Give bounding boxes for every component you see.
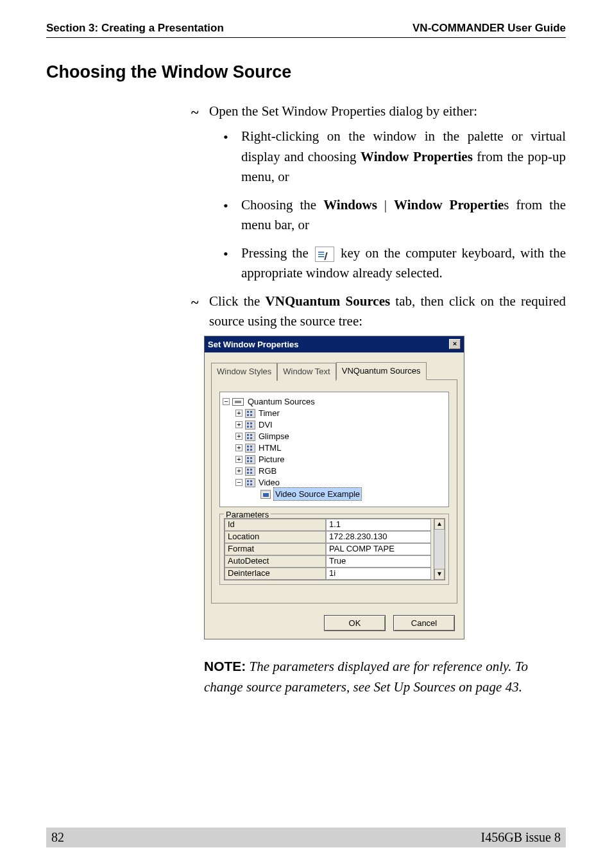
expand-icon[interactable]: + — [235, 444, 242, 451]
source-type-icon — [245, 455, 255, 464]
param-key-id: Id — [225, 519, 326, 531]
param-val-deinterlace: 1i — [326, 568, 431, 580]
param-val-location: 172.28.230.130 — [326, 531, 431, 543]
source-type-icon — [245, 409, 255, 418]
issue-number: I456GB issue 8 — [481, 830, 561, 845]
collapse-icon[interactable]: − — [235, 479, 242, 486]
note-block: NOTE: The parameters displayed are for r… — [204, 656, 566, 698]
close-icon[interactable]: × — [449, 339, 461, 349]
cancel-button[interactable]: Cancel — [393, 615, 455, 631]
source-type-icon — [245, 478, 255, 487]
header-section: Section 3: Creating a Presentation — [46, 22, 224, 35]
ok-button[interactable]: OK — [324, 615, 386, 631]
bullet-dot-icon: • — [223, 243, 241, 284]
set-window-properties-dialog: Set Window Properties × Window Styles Wi… — [204, 336, 464, 639]
b1-bold: Window Properties — [361, 149, 473, 164]
properties-key-icon — [315, 247, 334, 262]
page-title: Choosing the Window Source — [46, 62, 566, 82]
source-tree[interactable]: − Quantum Sources +Timer +DVI +Glimpse +… — [219, 392, 449, 507]
click-bold: VNQuantum Sources — [266, 293, 391, 309]
parameters-table: Id1.1 Location172.28.230.130 FormatPAL C… — [224, 518, 445, 580]
tree-item-timer[interactable]: Timer — [259, 407, 280, 420]
table-row: Id1.1 — [225, 519, 444, 531]
click-pre: Click the — [209, 293, 266, 309]
step-open: ~ Open the Set Window Properties dialog … — [191, 101, 566, 123]
tab-panel: − Quantum Sources +Timer +DVI +Glimpse +… — [211, 379, 457, 603]
table-row: Location172.28.230.130 — [225, 531, 444, 543]
note-text: The parameters displayed are for referen… — [204, 659, 528, 695]
page-header: Section 3: Creating a Presentation VN-CO… — [46, 22, 566, 38]
param-val-format: PAL COMP TAPE — [326, 543, 431, 555]
param-key-deinterlace: Deinterlace — [225, 568, 326, 580]
scrollbar[interactable]: ▲ ▼ — [434, 518, 445, 580]
tree-item-selected[interactable]: Video Source Example — [274, 488, 361, 501]
tree-item-rgb[interactable]: RGB — [259, 465, 276, 478]
page-number: 82 — [51, 830, 64, 845]
parameters-group: Parameters Id1.1 Location172.28.230.130 … — [219, 514, 449, 585]
scroll-down-icon[interactable]: ▼ — [434, 569, 445, 580]
param-key-autodetect: AutoDetect — [225, 555, 326, 568]
tree-root-label[interactable]: Quantum Sources — [248, 395, 315, 408]
tilde-icon: ~ — [191, 101, 209, 123]
source-type-icon — [245, 421, 255, 430]
expand-icon[interactable]: + — [235, 410, 242, 417]
tree-item-dvi[interactable]: DVI — [259, 419, 273, 431]
bullet-dot-icon: • — [223, 126, 241, 187]
expand-icon[interactable]: + — [235, 421, 242, 428]
step-click-tab: ~ Click the VNQuantum Sources tab, then … — [191, 291, 566, 332]
param-key-location: Location — [225, 531, 326, 543]
b2-bold2: Window Propertie — [394, 197, 504, 213]
source-type-icon — [245, 444, 255, 453]
b2-sep: | — [377, 197, 394, 213]
param-val-autodetect: True — [326, 555, 431, 568]
bullet-dot-icon: • — [223, 195, 241, 236]
scroll-up-icon[interactable]: ▲ — [434, 519, 445, 530]
tab-window-text[interactable]: Window Text — [277, 363, 336, 381]
dialog-title: Set Window Properties — [208, 338, 298, 351]
collapse-icon[interactable]: − — [223, 398, 230, 405]
table-row: Deinterlace1i — [225, 568, 444, 580]
tab-window-styles[interactable]: Window Styles — [211, 363, 277, 381]
bullet-keyboard: • Pressing the key on the computer keybo… — [223, 243, 566, 284]
tree-item-html[interactable]: HTML — [259, 442, 281, 455]
bullet-rightclick: • Right-clicking on the window in the pa… — [223, 126, 566, 187]
source-type-icon — [245, 432, 255, 441]
device-icon — [232, 398, 244, 406]
note-label: NOTE: — [204, 659, 246, 673]
tree-item-glimpse[interactable]: Glimpse — [259, 430, 289, 443]
tab-vnquantum-sources[interactable]: VNQuantum Sources — [336, 362, 427, 380]
tree-item-picture[interactable]: Picture — [259, 453, 284, 466]
b2-pre: Choosing the — [241, 197, 323, 213]
param-val-id: 1.1 — [326, 519, 431, 531]
b2-bold1: Windows — [323, 197, 377, 213]
table-row: AutoDetectTrue — [225, 555, 444, 568]
expand-icon[interactable]: + — [235, 456, 242, 463]
monitor-icon — [260, 490, 271, 499]
step-open-text: Open the Set Window Properties dialog by… — [209, 101, 566, 123]
page-footer: 82 I456GB issue 8 — [0, 828, 612, 847]
dialog-titlebar: Set Window Properties × — [205, 336, 464, 353]
tilde-icon: ~ — [191, 291, 209, 332]
body-content: ~ Open the Set Window Properties dialog … — [191, 101, 566, 698]
bullet-menubar: • Choosing the Windows | Window Properti… — [223, 195, 566, 236]
source-type-icon — [245, 467, 255, 476]
table-row: FormatPAL COMP TAPE — [225, 543, 444, 555]
expand-icon[interactable]: + — [235, 467, 242, 474]
param-key-format: Format — [225, 543, 326, 555]
tree-item-video[interactable]: Video — [259, 476, 280, 489]
header-guide: VN-COMMANDER User Guide — [412, 22, 566, 35]
expand-icon[interactable]: + — [235, 433, 242, 440]
b3-pre: Pressing the — [241, 245, 314, 261]
